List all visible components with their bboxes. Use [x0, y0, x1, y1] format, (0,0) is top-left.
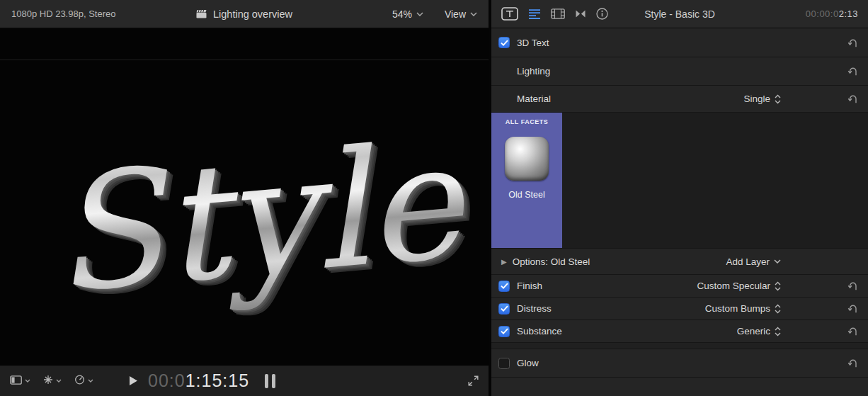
distress-label: Distress [517, 303, 552, 314]
up-down-chevrons-icon [775, 327, 781, 336]
zoom-value: 54% [392, 9, 412, 20]
reset-finish-button[interactable] [847, 281, 858, 290]
text-format-tab-icon[interactable] [528, 9, 541, 19]
current-timecode[interactable]: 00:01:15:15 [148, 370, 249, 391]
glow-checkbox[interactable] [498, 358, 510, 369]
row-3d-text: 3D Text [491, 28, 868, 57]
transition-tab-icon[interactable] [575, 9, 586, 18]
3d-text-label: 3D Text [517, 38, 549, 48]
substance-label: Substance [517, 326, 562, 336]
reset-3d-text-button[interactable] [847, 38, 858, 47]
clapperboard-icon [196, 9, 207, 18]
format-info: 1080p HD 23.98p, Stereo [11, 9, 115, 19]
project-pane-icon [10, 375, 22, 387]
material-popup[interactable]: Single [743, 94, 781, 104]
up-down-chevrons-icon [775, 304, 781, 314]
row-material-options: ▶ Options: Old Steel Add Layer [491, 249, 868, 275]
audio-meter-right [272, 374, 275, 388]
project-title: Lighting overview [213, 9, 292, 20]
3d-style-text: Style Style Style Style Style [0, 28, 489, 365]
viewer-toolbar: 1080p HD 23.98p, Stereo Lighting overvie… [0, 0, 489, 28]
chevron-down-icon [88, 379, 93, 383]
reset-distress-button[interactable] [847, 304, 858, 313]
distress-popup[interactable]: Custom Bumps [705, 303, 781, 314]
finish-popup[interactable]: Custom Specular [697, 281, 781, 291]
up-down-chevrons-icon [775, 281, 781, 291]
row-lighting: Lighting [491, 57, 868, 86]
add-layer-popup[interactable]: Add Layer [726, 256, 781, 267]
chevron-down-icon [25, 379, 30, 383]
view-popup[interactable]: View [445, 9, 477, 20]
audio-meter-left [265, 374, 268, 388]
material-name: Old Steel [508, 190, 544, 200]
lighting-label: Lighting [517, 66, 550, 77]
chevron-down-icon [416, 12, 423, 16]
all-facets-label: ALL FACETS [506, 118, 548, 125]
substance-checkbox[interactable] [498, 326, 510, 337]
row-distress: Distress Custom Bumps [491, 298, 868, 320]
fullscreen-button[interactable] [468, 375, 479, 386]
chevron-down-icon [470, 12, 477, 16]
play-button[interactable] [129, 375, 138, 386]
inspector-toolbar: Style - Basic 3D 00:00:02:13 [491, 0, 868, 28]
timecode-dim: 00:0 [148, 370, 185, 390]
chevron-down-icon [774, 259, 781, 264]
reset-lighting-button[interactable] [847, 67, 858, 76]
reset-glow-button[interactable] [847, 358, 858, 368]
material-swatch-old-steel[interactable]: ALL FACETS Old Steel [491, 113, 562, 248]
zoom-popup[interactable]: 54% [392, 9, 423, 20]
row-finish: Finish Custom Specular [491, 275, 868, 298]
retime-gauge-icon [74, 375, 85, 387]
material-label: Material [517, 94, 551, 104]
material-sphere-preview [505, 137, 549, 181]
hud-icon [43, 375, 53, 387]
finish-checkbox[interactable] [498, 281, 510, 292]
finish-label: Finish [517, 281, 542, 291]
distress-checkbox[interactable] [498, 303, 510, 315]
inspector-pane: Style - Basic 3D 00:00:02:13 3D Text Lig… [491, 0, 868, 396]
viewer-pane: 1080p HD 23.98p, Stereo Lighting overvie… [0, 0, 489, 396]
row-material: Material Single [491, 86, 868, 113]
options-label: Options: Old Steel [513, 256, 590, 267]
project-pane-toggle[interactable] [10, 375, 30, 387]
svg-text:Style: Style [45, 107, 475, 328]
viewer-canvas[interactable]: Style Style Style Style Style [0, 28, 489, 365]
app-window: 1080p HD 23.98p, Stereo Lighting overvie… [0, 0, 868, 396]
audio-meters [265, 374, 275, 388]
chevron-down-icon [56, 379, 62, 383]
hud-toggle[interactable] [43, 375, 62, 387]
transport-bar: 00:01:15:15 [0, 365, 489, 396]
timing-pane-toggle[interactable] [74, 375, 93, 387]
substance-popup[interactable]: Generic [737, 326, 781, 336]
reset-substance-button[interactable] [847, 327, 858, 336]
disclosure-triangle-icon[interactable]: ▶ [501, 258, 507, 266]
video-tab-icon[interactable] [551, 9, 565, 19]
reset-material-button[interactable] [847, 94, 858, 103]
material-swatch-strip: ALL FACETS Old Steel [491, 113, 868, 249]
text-tab-icon[interactable] [501, 7, 518, 21]
row-glow: Glow [491, 349, 868, 378]
up-down-chevrons-icon [775, 94, 781, 104]
row-substance: Substance Generic [491, 320, 868, 343]
inspector-title: Style - Basic 3D [644, 9, 715, 20]
3d-text-checkbox[interactable] [498, 37, 510, 48]
info-tab-icon[interactable] [596, 8, 608, 20]
glow-label: Glow [517, 358, 539, 368]
section-gap [491, 343, 868, 349]
inspector-timecode: 00:00:02:13 [806, 9, 858, 19]
timecode-bright: 1:15:15 [185, 370, 249, 390]
view-label: View [445, 9, 466, 20]
project-title-menu[interactable]: Lighting overview [196, 9, 292, 20]
